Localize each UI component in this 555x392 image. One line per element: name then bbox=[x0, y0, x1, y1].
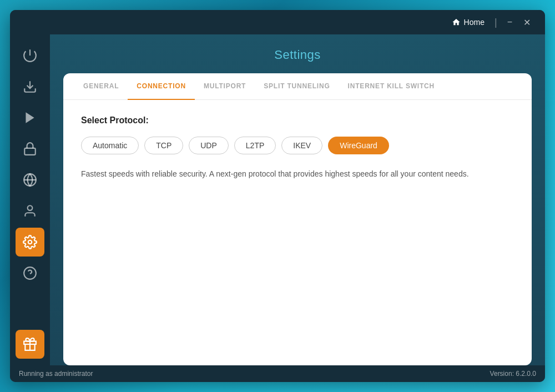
svg-point-4 bbox=[28, 205, 33, 210]
page-title: Settings bbox=[63, 48, 532, 62]
svg-marker-0 bbox=[26, 112, 34, 123]
protocol-wireguard[interactable]: WireGuard bbox=[328, 137, 389, 154]
help-icon bbox=[23, 266, 37, 280]
lock-icon bbox=[23, 142, 37, 156]
sidebar-item-play[interactable] bbox=[16, 103, 44, 132]
ip-icon bbox=[23, 173, 37, 187]
status-right: Version: 6.2.0.0 bbox=[490, 370, 536, 378]
protocol-tcp[interactable]: TCP bbox=[144, 137, 183, 154]
protocol-ikev[interactable]: IKEV bbox=[281, 137, 322, 154]
home-label: Home bbox=[464, 18, 485, 27]
tab-multiport[interactable]: MULTIPORT bbox=[195, 73, 255, 100]
card-body: Select Protocol: Automatic TCP UDP L2TP … bbox=[63, 100, 532, 365]
protocol-description: Fastest speeds with reliable security. A… bbox=[81, 168, 470, 180]
sidebar-item-user[interactable] bbox=[16, 197, 44, 225]
status-left: Running as administrator bbox=[19, 370, 93, 378]
svg-point-5 bbox=[28, 240, 32, 244]
tab-kill-switch[interactable]: INTERNET KILL SWITCH bbox=[339, 73, 443, 100]
content-area: Settings GENERAL CONNECTION MULTIPORT SP… bbox=[50, 34, 545, 365]
title-bar: Home | − ✕ bbox=[10, 10, 545, 34]
close-button[interactable]: ✕ bbox=[518, 15, 536, 30]
title-bar-separator: | bbox=[495, 17, 497, 28]
tab-general[interactable]: GENERAL bbox=[74, 73, 128, 100]
sidebar-item-download[interactable] bbox=[16, 72, 44, 101]
main-layout: Settings GENERAL CONNECTION MULTIPORT SP… bbox=[10, 34, 545, 365]
section-label: Select Protocol: bbox=[81, 115, 514, 125]
sidebar-item-settings[interactable] bbox=[16, 228, 44, 257]
home-icon bbox=[452, 18, 461, 27]
protocol-l2tp[interactable]: L2TP bbox=[234, 137, 276, 154]
tab-connection[interactable]: CONNECTION bbox=[128, 73, 195, 100]
protocol-row: Automatic TCP UDP L2TP IKEV WireGuard bbox=[81, 137, 514, 154]
app-window: Home | − ✕ bbox=[10, 10, 545, 382]
svg-rect-1 bbox=[24, 148, 36, 155]
tabs-bar: GENERAL CONNECTION MULTIPORT SPLIT TUNNE… bbox=[63, 73, 532, 100]
settings-icon bbox=[23, 235, 37, 249]
status-bar: Running as administrator Version: 6.2.0.… bbox=[10, 365, 545, 382]
user-icon bbox=[23, 204, 37, 218]
play-icon bbox=[23, 110, 37, 125]
gift-icon bbox=[23, 337, 37, 351]
download-icon bbox=[23, 79, 37, 94]
protocol-automatic[interactable]: Automatic bbox=[81, 137, 139, 154]
tab-split-tunneling[interactable]: SPLIT TUNNELING bbox=[255, 73, 339, 100]
minimize-button[interactable]: − bbox=[502, 15, 518, 29]
sidebar-item-power[interactable] bbox=[16, 41, 44, 70]
sidebar-item-lock[interactable] bbox=[16, 134, 44, 163]
sidebar-item-gift[interactable] bbox=[16, 330, 44, 359]
sidebar-item-help[interactable] bbox=[16, 259, 44, 288]
power-icon bbox=[23, 48, 37, 63]
sidebar-item-ip[interactable] bbox=[16, 165, 44, 194]
settings-card: GENERAL CONNECTION MULTIPORT SPLIT TUNNE… bbox=[63, 73, 532, 365]
protocol-udp[interactable]: UDP bbox=[189, 137, 229, 154]
home-button[interactable]: Home bbox=[446, 16, 490, 29]
sidebar bbox=[10, 34, 50, 365]
